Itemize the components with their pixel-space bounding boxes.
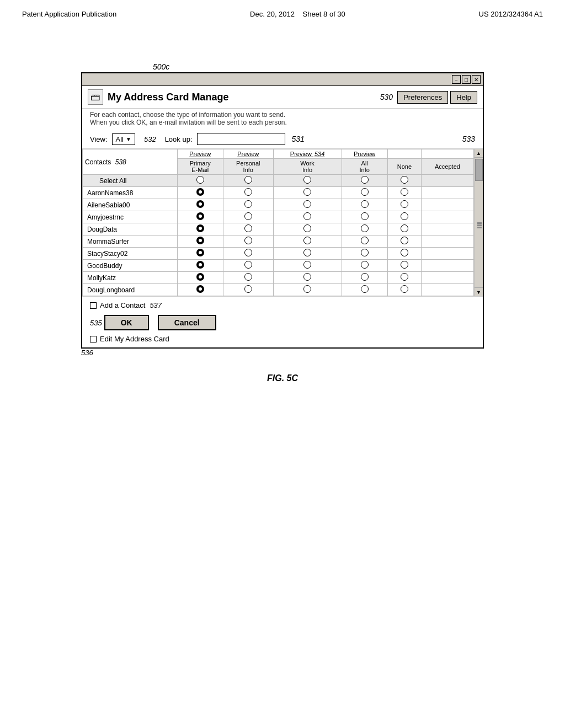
radio-cell[interactable] (223, 199, 273, 211)
radio-cell[interactable] (387, 260, 421, 272)
radio-cell[interactable] (387, 211, 421, 223)
scrollbar[interactable]: ▲ ▼ (474, 149, 483, 296)
radio-empty-icon[interactable] (361, 237, 369, 244)
preview-all[interactable]: Preview (342, 149, 387, 159)
radio-cell[interactable] (273, 199, 342, 211)
preferences-button[interactable]: Preferences (397, 91, 448, 104)
radio-empty-icon[interactable] (361, 200, 369, 208)
radio-cell[interactable] (223, 211, 273, 223)
radio-cell[interactable] (387, 223, 421, 235)
radio-cell[interactable] (273, 235, 342, 248)
select-all-all[interactable] (342, 175, 387, 187)
radio-cell[interactable] (387, 199, 421, 211)
radio-cell[interactable] (387, 248, 421, 260)
lookup-input[interactable] (197, 133, 285, 145)
edit-card-checkbox[interactable] (90, 336, 97, 342)
radio-cell[interactable] (223, 223, 273, 235)
close-button[interactable]: ✕ (472, 75, 481, 84)
radio-empty-icon[interactable] (361, 273, 369, 281)
radio-empty-icon[interactable] (361, 261, 369, 269)
scroll-up-button[interactable]: ▲ (475, 149, 483, 158)
radio-empty-icon[interactable] (361, 188, 369, 196)
radio-cell[interactable] (223, 260, 273, 272)
radio-cell[interactable] (223, 272, 273, 284)
radio-cell[interactable] (387, 235, 421, 248)
radio-cell[interactable] (273, 223, 342, 235)
ok-button[interactable]: OK (104, 315, 149, 330)
radio-empty-icon[interactable] (361, 249, 369, 256)
radio-cell[interactable] (177, 211, 223, 223)
radio-cell[interactable] (342, 284, 387, 296)
radio-empty-icon[interactable] (401, 224, 408, 232)
radio-cell[interactable] (342, 223, 387, 235)
add-contact-checkbox[interactable] (90, 302, 97, 309)
radio-cell[interactable] (342, 199, 387, 211)
radio-cell[interactable] (223, 248, 273, 260)
cancel-button[interactable]: Cancel (158, 315, 216, 330)
radio-empty-icon[interactable] (303, 261, 311, 269)
radio-cell[interactable] (342, 187, 387, 199)
radio-cell[interactable] (177, 199, 223, 211)
radio-empty-icon[interactable] (244, 273, 252, 281)
select-all-work[interactable] (273, 175, 342, 187)
radio-empty-icon[interactable] (401, 237, 408, 244)
radio-empty-icon[interactable] (401, 285, 408, 293)
radio-cell[interactable] (342, 211, 387, 223)
radio-empty-icon[interactable] (244, 261, 252, 269)
radio-cell[interactable] (223, 235, 273, 248)
radio-cell[interactable] (273, 272, 342, 284)
radio-empty-icon[interactable] (303, 285, 311, 293)
radio-empty-icon[interactable] (303, 237, 311, 244)
scroll-down-button[interactable]: ▼ (475, 287, 483, 296)
preview-work[interactable]: Preview 534 (273, 149, 342, 159)
radio-empty-icon[interactable] (361, 285, 369, 293)
radio-cell[interactable] (342, 235, 387, 248)
radio-cell[interactable] (177, 284, 223, 296)
radio-empty-icon[interactable] (303, 273, 311, 281)
radio-empty-icon[interactable] (244, 249, 252, 256)
radio-empty-icon[interactable] (303, 249, 311, 256)
preview-primary[interactable]: Preview (177, 149, 223, 159)
radio-empty-icon[interactable] (401, 188, 408, 196)
select-all-none[interactable] (387, 175, 421, 187)
radio-cell[interactable] (342, 248, 387, 260)
radio-cell[interactable] (177, 272, 223, 284)
radio-cell[interactable] (177, 235, 223, 248)
radio-empty-icon[interactable] (244, 285, 252, 293)
view-dropdown[interactable]: All ▼ (112, 133, 135, 145)
radio-empty-icon[interactable] (303, 212, 311, 220)
preview-personal[interactable]: Preview (223, 149, 273, 159)
radio-cell[interactable] (273, 211, 342, 223)
radio-empty-icon[interactable] (401, 200, 408, 208)
radio-cell[interactable] (387, 187, 421, 199)
radio-empty-icon[interactable] (401, 261, 408, 269)
radio-cell[interactable] (387, 284, 421, 296)
help-button[interactable]: Help (450, 91, 477, 104)
radio-cell[interactable] (342, 260, 387, 272)
radio-cell[interactable] (177, 187, 223, 199)
restore-button[interactable]: □ (462, 75, 471, 84)
radio-empty-icon[interactable] (244, 200, 252, 208)
radio-cell[interactable] (177, 223, 223, 235)
radio-cell[interactable] (342, 272, 387, 284)
radio-empty-icon[interactable] (244, 212, 252, 220)
radio-empty-icon[interactable] (361, 212, 369, 220)
radio-cell[interactable] (273, 187, 342, 199)
radio-cell[interactable] (223, 284, 273, 296)
radio-empty-icon[interactable] (401, 212, 408, 220)
radio-cell[interactable] (387, 272, 421, 284)
radio-empty-icon[interactable] (244, 237, 252, 244)
radio-empty-icon[interactable] (244, 188, 252, 196)
radio-cell[interactable] (273, 248, 342, 260)
minimize-button[interactable]: – (452, 75, 461, 84)
select-all-primary[interactable] (177, 175, 223, 187)
select-all-personal[interactable] (223, 175, 273, 187)
radio-empty-icon[interactable] (244, 224, 252, 232)
radio-empty-icon[interactable] (303, 188, 311, 196)
radio-empty-icon[interactable] (401, 249, 408, 256)
radio-empty-icon[interactable] (303, 224, 311, 232)
radio-empty-icon[interactable] (303, 200, 311, 208)
scroll-thumb[interactable] (475, 159, 483, 181)
radio-cell[interactable] (177, 260, 223, 272)
radio-empty-icon[interactable] (401, 273, 408, 281)
